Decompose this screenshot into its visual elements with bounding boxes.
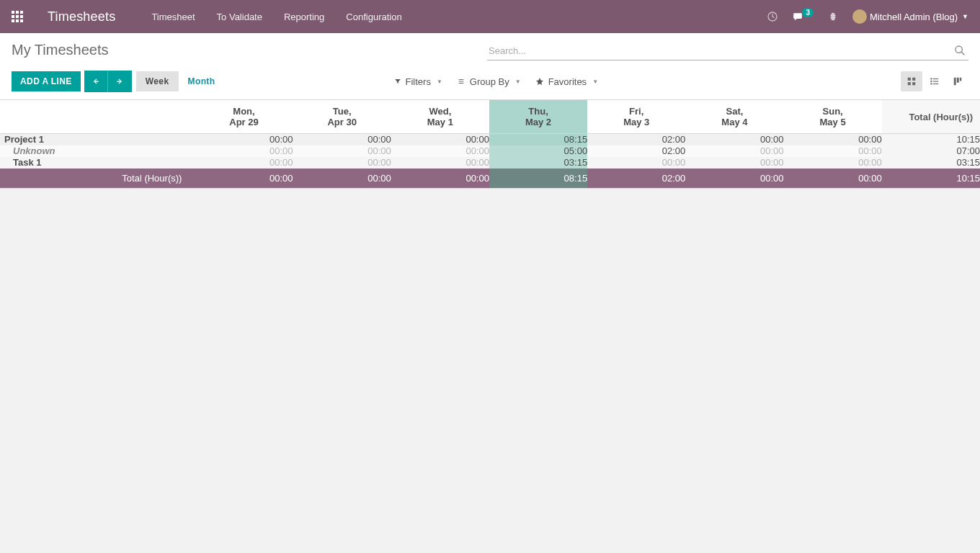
groupby-label: Group By: [470, 76, 509, 87]
time-cell[interactable]: 00:00: [293, 134, 391, 145]
svg-point-7: [930, 78, 932, 79]
period-week-button[interactable]: Week: [136, 71, 179, 91]
row-label[interactable]: Task 1: [0, 157, 195, 168]
view-grid-button[interactable]: [901, 71, 922, 91]
svg-line-2: [961, 52, 964, 55]
day-header: Sun,May 5: [784, 100, 882, 134]
nav-links: Timesheet To Validate Reporting Configur…: [151, 12, 401, 22]
grand-total: 10:15: [882, 168, 980, 189]
totals-cell: 00:00: [293, 168, 391, 189]
time-cell[interactable]: 00:00: [784, 157, 882, 168]
svg-rect-3: [908, 78, 911, 81]
totals-cell: 00:00: [784, 168, 882, 189]
chevron-down-icon: ▼: [515, 78, 521, 85]
arrow-left-icon: [92, 78, 99, 85]
day-header: Mon,Apr 29: [195, 100, 293, 134]
svg-point-9: [930, 81, 932, 82]
svg-rect-6: [912, 82, 915, 85]
svg-rect-4: [912, 78, 915, 81]
time-cell[interactable]: 00:00: [784, 145, 882, 157]
row-total: 10:15: [882, 134, 980, 145]
svg-rect-10: [933, 81, 939, 81]
row-label[interactable]: Unknown: [0, 145, 195, 157]
search-icon[interactable]: [951, 42, 968, 59]
list-icon: [457, 78, 466, 85]
time-cell[interactable]: 03:15: [489, 157, 587, 168]
view-list-button[interactable]: [924, 71, 945, 91]
time-cell[interactable]: 00:00: [784, 134, 882, 145]
bug-icon[interactable]: [827, 10, 839, 23]
total-header: Total (Hour(s)): [882, 100, 980, 134]
user-label: Mitchell Admin (Blog): [870, 12, 958, 22]
time-cell[interactable]: 00:00: [195, 134, 293, 145]
time-cell[interactable]: 00:00: [293, 157, 391, 168]
prev-period-button[interactable]: [84, 71, 108, 92]
list-icon: [930, 76, 940, 86]
time-cell[interactable]: 00:00: [391, 145, 489, 157]
svg-rect-13: [954, 78, 956, 86]
period-month-button[interactable]: Month: [179, 71, 225, 91]
time-cell[interactable]: 00:00: [391, 157, 489, 168]
period-toggle: Week Month: [136, 71, 225, 91]
svg-rect-15: [960, 78, 961, 81]
nav-reporting[interactable]: Reporting: [284, 12, 324, 22]
nav-configuration[interactable]: Configuration: [346, 12, 401, 22]
search: [487, 42, 968, 60]
time-cell[interactable]: 00:00: [195, 145, 293, 157]
top-nav: Timesheets Timesheet To Validate Reporti…: [0, 0, 980, 33]
groupby-menu[interactable]: Group By ▼: [457, 76, 521, 87]
row-total: 03:15: [882, 157, 980, 168]
day-header: Wed,May 1: [391, 100, 489, 134]
time-cell[interactable]: 00:00: [685, 134, 783, 145]
row-total: 07:00: [882, 145, 980, 157]
totals-cell: 02:00: [587, 168, 685, 189]
time-cell[interactable]: 00:00: [391, 134, 489, 145]
chevron-down-icon: ▼: [592, 78, 598, 85]
svg-rect-5: [908, 82, 911, 85]
totals-row: Total (Hour(s))00:0000:0000:0008:1502:00…: [0, 168, 980, 189]
svg-rect-14: [957, 78, 959, 83]
control-panel: My Timesheets Add a Line Week Month Filt…: [0, 33, 980, 100]
time-cell[interactable]: 00:00: [293, 145, 391, 157]
svg-point-11: [930, 83, 932, 84]
time-cell[interactable]: 05:00: [489, 145, 587, 157]
messages-button[interactable]: 3: [792, 12, 814, 22]
time-cell[interactable]: 00:00: [685, 157, 783, 168]
day-header: Tue,Apr 30: [293, 100, 391, 134]
nav-timesheet[interactable]: Timesheet: [151, 12, 195, 22]
add-line-button[interactable]: Add a Line: [12, 71, 81, 91]
view-kanban-button[interactable]: [947, 71, 968, 91]
time-cell[interactable]: 02:00: [587, 134, 685, 145]
arrow-right-icon: [116, 78, 123, 85]
brand-title: Timesheets: [48, 9, 115, 24]
next-period-button[interactable]: [108, 71, 132, 92]
user-menu[interactable]: Mitchell Admin (Blog) ▼: [852, 9, 968, 24]
nav-to-validate[interactable]: To Validate: [217, 12, 262, 22]
totals-label: Total (Hour(s)): [0, 168, 195, 189]
totals-cell: 08:15: [489, 168, 587, 189]
time-cell[interactable]: 00:00: [587, 157, 685, 168]
search-input[interactable]: [487, 42, 968, 60]
day-header: Sat,May 4: [685, 100, 783, 134]
time-cell[interactable]: 08:15: [489, 134, 587, 145]
view-switch: [901, 71, 968, 91]
filters-menu[interactable]: Filters ▼: [394, 76, 442, 87]
grid-header-row: Mon,Apr 29 Tue,Apr 30 Wed,May 1 Thu,May …: [0, 100, 980, 134]
timesheet-grid: Mon,Apr 29 Tue,Apr 30 Wed,May 1 Thu,May …: [0, 100, 980, 189]
messages-badge: 3: [802, 8, 814, 17]
group-label[interactable]: Project 1: [0, 134, 195, 145]
time-cell[interactable]: 00:00: [685, 145, 783, 157]
clock-icon[interactable]: [766, 10, 779, 23]
avatar: [852, 9, 867, 24]
svg-rect-8: [933, 78, 939, 79]
totals-cell: 00:00: [685, 168, 783, 189]
time-cell[interactable]: 00:00: [195, 157, 293, 168]
favorites-menu[interactable]: Favorites ▼: [535, 76, 598, 87]
filter-icon: [394, 78, 401, 85]
time-cell[interactable]: 02:00: [587, 145, 685, 157]
group-row: Project 100:0000:0000:0008:1502:0000:000…: [0, 134, 980, 145]
nav-right: 3 Mitchell Admin (Blog) ▼: [766, 9, 968, 24]
chevron-down-icon: ▼: [437, 78, 442, 85]
table-row: Unknown00:0000:0000:0005:0002:0000:0000:…: [0, 145, 980, 157]
apps-icon[interactable]: [12, 11, 23, 22]
